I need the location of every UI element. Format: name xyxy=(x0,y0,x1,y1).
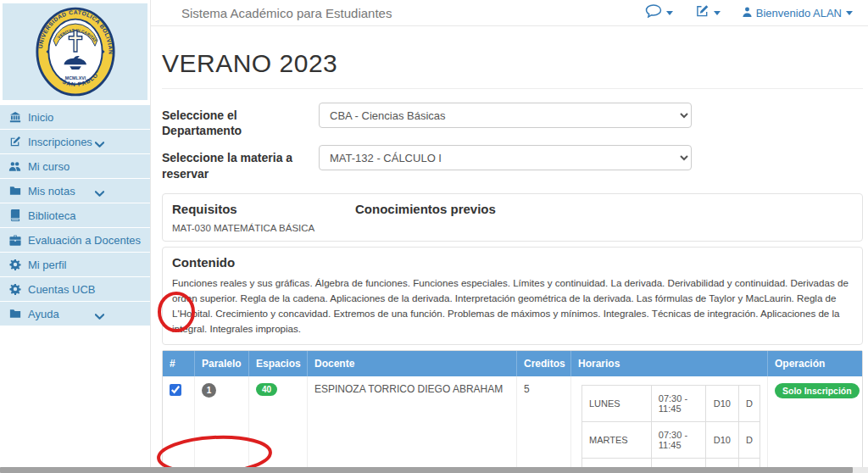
sidebar-item-evaluacion-docentes[interactable]: Evaluación a Docentes xyxy=(0,228,150,252)
department-label: Seleccione el Departamento xyxy=(162,103,319,138)
book-icon xyxy=(8,209,21,221)
sidebar-item-label: Mis notas xyxy=(28,185,75,198)
chevron-down-icon xyxy=(95,309,104,322)
messages-dropdown[interactable] xyxy=(645,4,673,21)
sidebar-item-label: Inicio xyxy=(28,111,53,124)
horizontal-scrollbar[interactable] xyxy=(0,467,868,473)
sidebar-item-label: Inscripciones xyxy=(28,136,92,148)
schedule-row: MARTES 07:30 - 11:45 D10 D xyxy=(582,421,760,458)
welcome-label: Bienvenido ALAN xyxy=(756,7,842,19)
top-navbar: Sistema Académico para Estudiantes Bienv… xyxy=(151,0,868,26)
schedule-table: LUNES 07:30 - 11:45 D10 D MARTES 07:30 -… xyxy=(581,385,760,473)
page-title: VERANO 2023 xyxy=(162,49,863,78)
briefcase-icon xyxy=(8,235,21,246)
bank-icon xyxy=(8,111,21,123)
sidebar-item-mis-notas[interactable]: Mis notas xyxy=(0,179,150,203)
gear-icon xyxy=(8,259,21,270)
sidebar-item-mi-perfil[interactable]: Mi perfil xyxy=(0,253,150,276)
folder-icon xyxy=(8,186,21,196)
course-offer-table: # Paralelo Espacios Docente Creditos Hor… xyxy=(162,350,863,473)
contenido-panel: Contenido Funciones reales y sus gráfica… xyxy=(162,247,863,345)
col-header-horarios: Horarios xyxy=(571,351,768,376)
pencil-square-icon xyxy=(695,4,709,21)
sidebar-item-label: Mi perfil xyxy=(28,259,67,271)
docente-name: ESPINOZA TORRICO DIEGO ABRAHAM xyxy=(308,376,517,473)
select-course-checkbox[interactable] xyxy=(170,384,181,396)
gear-icon xyxy=(8,283,21,295)
schedule-room: D10 xyxy=(705,421,738,458)
schedule-time: 07:30 - 11:45 xyxy=(651,385,705,421)
sidebar-item-inscripciones[interactable]: Inscripciones xyxy=(0,130,150,153)
caret-down-icon xyxy=(846,11,853,15)
schedule-day: LUNES xyxy=(582,385,652,421)
department-select[interactable]: CBA - Ciencias Básicas xyxy=(319,103,692,128)
edit-dropdown[interactable] xyxy=(695,4,721,21)
sidebar-item-inicio[interactable]: Inicio xyxy=(0,105,150,129)
subject-select[interactable]: MAT-132 - CÁLCULO I xyxy=(319,145,692,170)
schedule-time: 07:30 - 11:45 xyxy=(651,421,705,458)
espacios-badge: 40 xyxy=(256,383,277,396)
sidebar-menu: Inicio Inscripciones Mi curso Mis notas xyxy=(0,105,150,326)
user-menu[interactable]: Bienvenido ALAN xyxy=(743,7,853,19)
paralelo-badge: 1 xyxy=(202,383,216,398)
university-seal-icon: UNIVERSIDAD CATOLICA BOLIVIANA "SAN PABL… xyxy=(35,6,116,97)
comment-bubble-icon xyxy=(645,4,662,21)
sidebar-item-cuentas-ucb[interactable]: Cuentas UCB xyxy=(0,277,150,301)
scrollbar-thumb[interactable] xyxy=(0,467,853,473)
creditos-value: 5 xyxy=(517,376,571,473)
title-divider xyxy=(162,88,863,89)
main-content: VERANO 2023 Seleccione el Departamento C… xyxy=(151,26,868,468)
contenido-text: Funciones reales y sus gráficas. Álgebra… xyxy=(172,275,853,337)
subject-label: Seleccione la materia a reservar xyxy=(162,145,319,181)
col-header-paralelo: Paralelo xyxy=(195,351,249,376)
schedule-mod: D xyxy=(739,421,760,458)
sidebar-item-biblioteca[interactable]: Biblioteca xyxy=(0,203,150,227)
sidebar-item-label: Evaluación a Docentes xyxy=(28,234,141,247)
sidebar-item-label: Ayuda xyxy=(28,308,59,320)
col-header-espacios: Espacios xyxy=(249,351,308,376)
caret-down-icon xyxy=(666,11,673,15)
app-title: Sistema Académico para Estudiantes xyxy=(151,6,392,20)
caret-down-icon xyxy=(714,11,721,15)
sidebar-item-label: Biblioteca xyxy=(28,209,75,222)
conocimientos-previos-heading: Conocimientos previos xyxy=(355,202,496,216)
requisitos-panel: Requisitos Conocimientos previos MAT-030… xyxy=(162,193,863,242)
university-logo: UNIVERSIDAD CATOLICA BOLIVIANA "SAN PABL… xyxy=(3,3,147,100)
schedule-room: D10 xyxy=(705,385,738,421)
table-header-row: # Paralelo Espacios Docente Creditos Hor… xyxy=(163,351,862,376)
contenido-heading: Contenido xyxy=(172,255,853,270)
navbar-actions: Bienvenido ALAN xyxy=(645,4,868,21)
col-header-docente: Docente xyxy=(308,351,517,376)
edit-icon xyxy=(8,136,21,147)
col-header-operacion: Operación xyxy=(768,351,862,376)
sidebar-item-ayuda[interactable]: Ayuda xyxy=(0,302,150,326)
col-header-creditos: Creditos xyxy=(517,351,571,376)
sidebar-item-label: Mi curso xyxy=(28,160,70,173)
schedule-mod: D xyxy=(739,385,760,421)
svg-text:MCMLXVI: MCMLXVI xyxy=(64,75,86,81)
col-header-select: # xyxy=(163,351,195,376)
sidebar-item-mi-curso[interactable]: Mi curso xyxy=(0,154,150,178)
sidebar-item-label: Cuentas UCB xyxy=(28,283,95,296)
requirement-value: MAT-030 MATEMÁTICA BÁSICA xyxy=(172,223,853,233)
requisitos-heading: Requisitos xyxy=(172,202,355,216)
folder-icon xyxy=(8,309,21,319)
chevron-down-icon xyxy=(95,186,104,199)
chevron-down-icon xyxy=(95,137,104,150)
schedule-row: LUNES 07:30 - 11:45 D10 D xyxy=(582,385,760,421)
sidebar: UNIVERSIDAD CATOLICA BOLIVIANA "SAN PABL… xyxy=(0,0,151,473)
users-icon xyxy=(8,161,21,172)
schedule-day: MARTES xyxy=(582,421,652,458)
user-icon xyxy=(743,7,752,19)
table-row: 1 40 ESPINOZA TORRICO DIEGO ABRAHAM 5 LU… xyxy=(163,376,862,473)
solo-inscripcion-badge: Solo Inscripción xyxy=(775,383,860,398)
